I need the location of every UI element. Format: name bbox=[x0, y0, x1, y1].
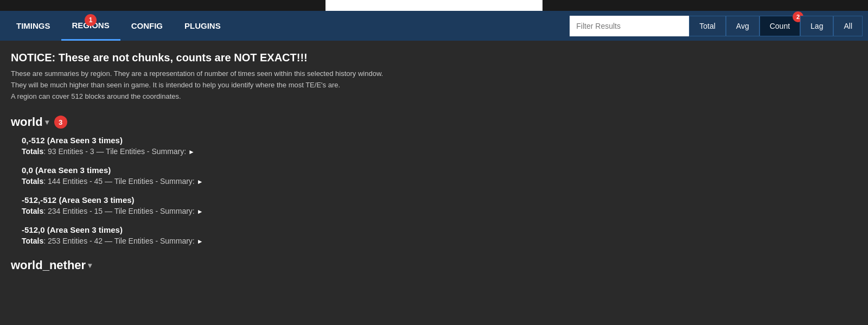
nav-tab-timings[interactable]: TIMINGS bbox=[5, 11, 61, 41]
region-item: 0,-512 (Area Seen 3 times)Totals: 93 Ent… bbox=[11, 136, 857, 156]
world-name-world: world bbox=[11, 115, 43, 129]
nav-tab-plugins[interactable]: PLUGINS bbox=[174, 11, 232, 41]
notice-line-1: These are summaries by region. They are … bbox=[11, 68, 857, 80]
world-title-world_nether: world_nether ▾ bbox=[11, 258, 857, 272]
world-section-world: world ▾30,-512 (Area Seen 3 times)Totals… bbox=[11, 115, 857, 245]
notice-text: These are summaries by region. They are … bbox=[11, 68, 857, 102]
summary-arrow[interactable]: ► bbox=[197, 238, 203, 245]
summary-arrow[interactable]: ► bbox=[197, 208, 203, 215]
region-totals: Totals: 144 Entities - 45 — Tile Entitie… bbox=[22, 177, 857, 186]
region-item: -512,0 (Area Seen 3 times)Totals: 253 En… bbox=[11, 225, 857, 245]
world-title-world: world ▾3 bbox=[11, 115, 857, 129]
world-dropdown-arrow-world[interactable]: ▾ bbox=[45, 118, 49, 126]
nav-tab-label-plugins: PLUGINS bbox=[184, 21, 221, 30]
top-bar bbox=[0, 0, 868, 11]
region-totals: Totals: 93 Entities - 3 — Tile Entities … bbox=[22, 147, 857, 156]
world-section-world_nether: world_nether ▾ bbox=[11, 258, 857, 272]
nav-btn-lag[interactable]: Lag bbox=[800, 16, 833, 36]
content: NOTICE: These are not chunks, counts are… bbox=[0, 41, 868, 290]
region-coords: 0,0 (Area Seen 3 times) bbox=[22, 165, 857, 175]
nav-tab-config[interactable]: CONFIG bbox=[120, 11, 174, 41]
region-coords: -512,0 (Area Seen 3 times) bbox=[22, 225, 857, 234]
summary-arrow[interactable]: ► bbox=[197, 178, 203, 186]
nav-right: TotalAvgCount2LagAll bbox=[570, 16, 863, 36]
nav-btn-avg[interactable]: Avg bbox=[726, 16, 760, 36]
world-dropdown-arrow-world_nether[interactable]: ▾ bbox=[88, 261, 92, 270]
notice-line-2: They will be much higher than seen in ga… bbox=[11, 80, 857, 91]
filter-input[interactable] bbox=[570, 16, 689, 36]
nav-tab-regions[interactable]: 1REGIONS bbox=[61, 11, 120, 41]
nav-btn-all[interactable]: All bbox=[833, 16, 863, 36]
region-coords: -512,-512 (Area Seen 3 times) bbox=[22, 195, 857, 205]
world-badge-world: 3 bbox=[54, 116, 67, 129]
notice-title: NOTICE: These are not chunks, counts are… bbox=[11, 52, 857, 64]
nav-tab-label-config: CONFIG bbox=[131, 21, 163, 30]
top-bar-center-bar bbox=[326, 0, 542, 11]
world-name-world_nether: world_nether bbox=[11, 258, 86, 272]
worlds-container: world ▾30,-512 (Area Seen 3 times)Totals… bbox=[11, 115, 857, 272]
nav-tabs: TIMINGS1REGIONSCONFIGPLUGINS bbox=[5, 11, 232, 41]
region-item: 0,0 (Area Seen 3 times)Totals: 144 Entit… bbox=[11, 165, 857, 186]
nav-btn-total[interactable]: Total bbox=[689, 16, 726, 36]
region-coords: 0,-512 (Area Seen 3 times) bbox=[22, 136, 857, 145]
summary-arrow[interactable]: ► bbox=[188, 148, 195, 156]
nav-tab-label-timings: TIMINGS bbox=[16, 21, 50, 30]
notice-line-3: A region can cover 512 blocks around the… bbox=[11, 91, 857, 103]
region-totals: Totals: 234 Entities - 15 — Tile Entitie… bbox=[22, 207, 857, 215]
region-item: -512,-512 (Area Seen 3 times)Totals: 234… bbox=[11, 195, 857, 215]
region-totals: Totals: 253 Entities - 42 — Tile Entitie… bbox=[22, 237, 857, 245]
main-nav: TIMINGS1REGIONSCONFIGPLUGINS TotalAvgCou… bbox=[0, 11, 868, 41]
